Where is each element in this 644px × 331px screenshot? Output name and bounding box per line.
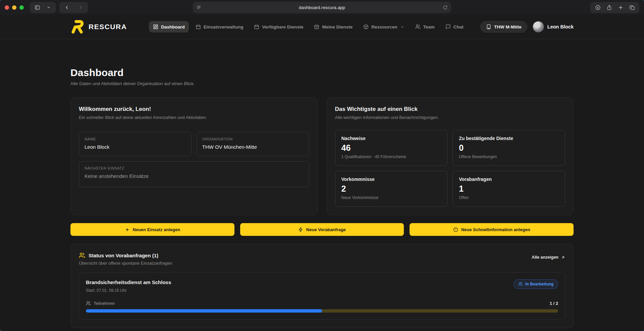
- vorabanfrage-title: Brandsicherheitsdienst am Schloss: [86, 279, 171, 285]
- lightning-icon: [298, 227, 303, 232]
- user-menu[interactable]: Leon Block: [533, 21, 574, 32]
- brand[interactable]: RESCURA: [70, 19, 127, 35]
- welcome-card-subtitle: Ein schneller Blick auf deine aktuellen …: [79, 115, 309, 120]
- organisation-field: ORGANISATION THW OV München-Mitte: [197, 132, 309, 156]
- rescura-logo-icon: [70, 19, 85, 35]
- organisation-badge-label: THW M-Mitte: [494, 24, 522, 29]
- users-icon: [518, 282, 523, 286]
- calendar-check-icon: [314, 24, 319, 29]
- page-title: Dashboard: [70, 67, 574, 78]
- nav-label: Team: [423, 24, 435, 29]
- building-icon: [486, 24, 491, 29]
- stat-vorkommnisse[interactable]: Vorkommnisse 2 Neue Vorkommnisse: [335, 171, 448, 207]
- share-button[interactable]: [604, 3, 614, 12]
- history-nav-group: [59, 2, 88, 13]
- organisation-field-label: ORGANISATION: [202, 137, 304, 141]
- forward-button[interactable]: [75, 3, 86, 12]
- participants-label: Teilnehmer: [94, 301, 115, 306]
- arrow-up-right-icon: [561, 255, 565, 260]
- plus-icon: [618, 5, 624, 10]
- nav-einsatzverwaltung[interactable]: Einsatzverwaltung: [192, 21, 248, 32]
- nav-label: Ressourcen: [371, 24, 397, 29]
- new-tab-button[interactable]: [615, 3, 626, 12]
- stat-nachweise[interactable]: Nachweise 46 1 Qualifikationen · 45 Führ…: [335, 130, 448, 166]
- status-card-title: Status von Vorabanfragen (1): [89, 253, 158, 258]
- close-window-button[interactable]: [5, 5, 9, 10]
- participants-progress-track: [86, 309, 558, 313]
- organisation-badge[interactable]: THW M-Mitte: [480, 21, 527, 32]
- avatar: [533, 21, 544, 32]
- name-field-value: Leon Block: [85, 144, 186, 150]
- main-navigation: Dashboard Einsatzverwaltung Verfügbare D…: [149, 21, 467, 32]
- view-all-link[interactable]: Alle anzeigen: [532, 255, 565, 260]
- nav-label: Verfügbare Dienste: [262, 24, 303, 29]
- browser-window: dashboard.rescura.app: [0, 0, 644, 331]
- reload-icon[interactable]: [443, 5, 448, 10]
- calendar-icon: [254, 24, 259, 29]
- page-subtitle: Alle Daten und Aktivitäten deiner Organi…: [70, 81, 574, 86]
- page-settings-icon[interactable]: [196, 5, 201, 10]
- stat-vorabanfragen[interactable]: Vorabanfragen 1 Offen: [452, 171, 565, 207]
- user-name: Leon Block: [547, 24, 574, 29]
- stat-value: 2: [341, 184, 441, 194]
- overview-card-title: Das Wichtigste auf einen Blick: [335, 106, 566, 113]
- chevron-left-icon: [64, 5, 70, 10]
- vorabanfrage-list-item[interactable]: Brandsicherheitsdienst am Schloss Start:…: [79, 272, 565, 320]
- stat-zu-bestaetigende-dienste[interactable]: Zu bestätigende Dienste 0 Offene Bewerbu…: [452, 130, 565, 166]
- status-badge[interactable]: In Bearbeitung: [514, 279, 558, 289]
- stat-detail: 1 Qualifikationen · 45 Führerscheine: [341, 154, 441, 159]
- url-bar[interactable]: dashboard.rescura.app: [193, 2, 451, 13]
- organisation-field-value: THW OV München-Mitte: [202, 144, 304, 150]
- stat-detail: Offen: [459, 195, 559, 200]
- name-field: NAME Leon Block: [79, 132, 192, 156]
- nav-label: Einsatzverwaltung: [204, 24, 244, 29]
- stat-detail: Neue Vorkommnisse: [341, 195, 441, 200]
- back-button[interactable]: [61, 3, 72, 12]
- name-field-label: NAME: [85, 137, 186, 141]
- vorabanfragen-status-card: Status von Vorabanfragen (1) Übersicht ü…: [70, 244, 574, 328]
- app-header: RESCURA Dashboard Einsatzverwaltung Verf…: [0, 15, 644, 39]
- main-content: Dashboard Alle Daten und Aktivitäten dei…: [0, 39, 644, 331]
- window-controls: [5, 5, 24, 10]
- nav-ressourcen[interactable]: Ressourcen: [359, 21, 408, 32]
- users-icon: [79, 252, 85, 259]
- downloads-button[interactable]: [592, 3, 603, 12]
- new-einsatz-button[interactable]: Neuen Einsatz anlegen: [70, 223, 234, 236]
- vorabanfrage-start-time: Start: 07.01. 08:15 Uhr: [86, 288, 171, 293]
- chevron-down-icon: [400, 25, 405, 29]
- nav-chat[interactable]: Chat: [441, 21, 468, 32]
- users-icon: [415, 24, 421, 29]
- dashboard-grid-icon: [153, 24, 158, 29]
- nav-verfuegbare-dienste[interactable]: Verfügbare Dienste: [250, 21, 307, 32]
- action-label: Neuen Einsatz anlegen: [133, 227, 180, 232]
- share-icon: [606, 5, 612, 10]
- participants-progress-fill: [86, 309, 322, 313]
- sidebar-icon: [35, 5, 40, 10]
- nav-label: Chat: [453, 24, 464, 29]
- status-card-subtitle: Übersicht über offene spontane Einsatzan…: [79, 261, 172, 266]
- zoom-window-button[interactable]: [19, 5, 24, 10]
- browser-chrome: dashboard.rescura.app: [0, 0, 644, 15]
- sidebar-toggle-button[interactable]: [32, 3, 43, 12]
- alert-circle-icon: [453, 227, 458, 232]
- nav-dashboard[interactable]: Dashboard: [149, 21, 189, 32]
- new-vorabanfrage-button[interactable]: Neue Vorabanfrage: [240, 223, 404, 236]
- stat-value: 46: [341, 143, 441, 153]
- action-label: Neue Schnellinformation anlegen: [461, 227, 530, 232]
- status-badge-label: In Bearbeitung: [525, 282, 553, 286]
- participants-count: 1 / 2: [550, 301, 558, 306]
- new-schnellinformation-button[interactable]: Neue Schnellinformation anlegen: [410, 223, 574, 236]
- users-icon: [86, 301, 91, 306]
- next-mission-label: NÄCHSTER EINSATZ: [85, 166, 304, 170]
- tab-group-chevron-button[interactable]: [43, 3, 54, 12]
- minimize-window-button[interactable]: [12, 5, 16, 10]
- nav-label: Dashboard: [161, 24, 185, 29]
- nav-meine-dienste[interactable]: Meine Dienste: [310, 21, 357, 32]
- calendar-icon: [196, 24, 201, 29]
- tab-overview-button[interactable]: [627, 3, 637, 12]
- divider: [73, 4, 74, 10]
- nav-team[interactable]: Team: [411, 21, 439, 32]
- stat-value: 1: [459, 184, 559, 194]
- chevron-down-icon: [47, 5, 51, 9]
- overview-card-subtitle: Alle wichtigen Informationen und Benachr…: [335, 115, 566, 120]
